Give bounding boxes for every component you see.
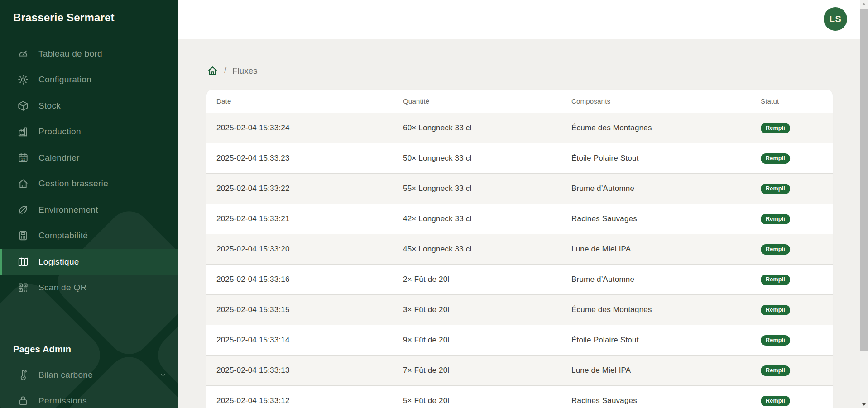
table-row: 2025-02-04 15:33:21 42× Longneck 33 cl R… <box>206 204 833 234</box>
cell-status: Rempli <box>761 214 823 224</box>
breadcrumb-current: Fluxes <box>232 66 258 76</box>
sidebar: Brasserie Sermaret Tableau de bord Confi… <box>0 0 178 408</box>
table-column-quantity: Quantité <box>403 97 571 105</box>
gear-icon <box>17 74 29 85</box>
admin-section-heading: Pages Admin <box>13 344 178 355</box>
status-badge: Rempli <box>761 184 790 194</box>
sidebar-item-scan-de-qr[interactable]: Scan de QR <box>0 275 178 301</box>
scrollbar-up-arrow-icon[interactable] <box>862 3 866 5</box>
cell-status: Rempli <box>761 123 823 133</box>
cell-quantity: 55× Longneck 33 cl <box>403 184 571 193</box>
sidebar-item-calendrier[interactable]: 12 Calendrier <box>0 145 178 171</box>
scrollbar <box>860 0 868 408</box>
cell-component: Lune de Miel IPA <box>571 245 761 254</box>
home-icon[interactable] <box>207 65 218 76</box>
cell-component: Lune de Miel IPA <box>571 366 761 375</box>
sidebar-item-comptabilite[interactable]: Comptabilité <box>0 223 178 249</box>
flux-table-card: Date Quantité Composants Statut 2025-02-… <box>206 90 833 408</box>
breadcrumb: / Fluxes <box>207 65 860 76</box>
sidebar-item-bilan-carbone[interactable]: Bilan carbone <box>0 362 178 388</box>
cell-quantity: 3× Fût de 20l <box>403 305 571 314</box>
cell-component: Racines Sauvages <box>571 396 761 405</box>
cell-date: 2025-02-04 15:33:21 <box>216 214 403 223</box>
cell-component: Écume des Montagnes <box>571 123 761 133</box>
sidebar-nav: Tableau de bord Configuration Stock Prod… <box>0 41 178 301</box>
sidebar-item-production[interactable]: Production <box>0 119 178 145</box>
cell-status: Rempli <box>761 335 823 346</box>
cell-date: 2025-02-04 15:33:22 <box>216 184 403 193</box>
table-row: 2025-02-04 15:33:20 45× Longneck 33 cl L… <box>206 234 833 265</box>
cell-date: 2025-02-04 15:33:20 <box>216 245 403 254</box>
cell-date: 2025-02-04 15:33:16 <box>216 275 403 284</box>
cell-date: 2025-02-04 15:33:14 <box>216 336 403 345</box>
cell-quantity: 50× Longneck 33 cl <box>403 154 571 163</box>
map-icon <box>17 256 29 268</box>
thermometer-icon <box>17 369 29 381</box>
cell-date: 2025-02-04 15:33:13 <box>216 366 403 375</box>
cell-component: Racines Sauvages <box>571 214 761 223</box>
cell-status: Rempli <box>761 365 823 376</box>
sidebar-item-stock[interactable]: Stock <box>0 93 178 119</box>
table-column-components: Composants <box>571 97 761 105</box>
cell-component: Écume des Montagnes <box>571 305 761 314</box>
cell-date: 2025-02-04 15:33:24 <box>216 123 403 133</box>
status-badge: Rempli <box>761 305 790 315</box>
table-column-date: Date <box>216 97 403 105</box>
cell-quantity: 7× Fût de 20l <box>403 366 571 375</box>
cell-status: Rempli <box>761 184 823 194</box>
table-row: 2025-02-04 15:33:23 50× Longneck 33 cl É… <box>206 143 833 174</box>
table-header-row: Date Quantité Composants Statut <box>206 90 833 113</box>
sidebar-admin-nav: Bilan carbone Permissions <box>0 362 178 408</box>
cell-date: 2025-02-04 15:33:23 <box>216 154 403 163</box>
cell-date: 2025-02-04 15:33:12 <box>216 396 403 405</box>
cell-status: Rempli <box>761 275 823 285</box>
app-title: Brasserie Sermaret <box>0 0 178 24</box>
sidebar-item-configuration[interactable]: Configuration <box>0 67 178 93</box>
table-row: 2025-02-04 15:33:16 2× Fût de 20l Brume … <box>206 265 833 295</box>
cell-quantity: 9× Fût de 20l <box>403 336 571 345</box>
scrollbar-down-arrow-icon[interactable] <box>862 403 866 406</box>
chevron-down-icon <box>159 371 167 379</box>
svg-text:12: 12 <box>21 157 25 161</box>
cell-quantity: 5× Fût de 20l <box>403 396 571 405</box>
sidebar-item-environnement[interactable]: Environnement <box>0 197 178 223</box>
cell-component: Brume d’Automne <box>571 275 761 284</box>
qr-code-icon <box>17 282 29 294</box>
status-badge: Rempli <box>761 335 790 346</box>
table-row: 2025-02-04 15:33:15 3× Fût de 20l Écume … <box>206 295 833 325</box>
package-icon <box>17 100 29 112</box>
scrollbar-thumb[interactable] <box>860 9 868 351</box>
table-row: 2025-02-04 15:33:14 9× Fût de 20l Étoile… <box>206 325 833 356</box>
table-body: 2025-02-04 15:33:24 60× Longneck 33 cl É… <box>206 113 833 408</box>
cell-date: 2025-02-04 15:33:15 <box>216 305 403 314</box>
gauge-icon <box>17 48 29 60</box>
sidebar-item-gestion-brasserie[interactable]: Gestion brasserie <box>0 171 178 197</box>
home-icon <box>17 178 29 190</box>
factory-icon <box>17 126 29 138</box>
cell-quantity: 45× Longneck 33 cl <box>403 245 571 254</box>
calculator-icon <box>17 230 29 242</box>
breadcrumb-separator: / <box>224 66 226 76</box>
cell-component: Étoile Polaire Stout <box>571 336 761 345</box>
sidebar-item-logistique[interactable]: Logistique <box>0 249 178 275</box>
status-badge: Rempli <box>761 396 790 406</box>
status-badge: Rempli <box>761 123 790 133</box>
table-row: 2025-02-04 15:33:22 55× Longneck 33 cl B… <box>206 174 833 204</box>
cell-status: Rempli <box>761 153 823 164</box>
cell-component: Étoile Polaire Stout <box>571 154 761 163</box>
lock-icon <box>17 395 29 407</box>
cell-quantity: 2× Fût de 20l <box>403 275 571 284</box>
topbar: LS <box>178 0 860 39</box>
table-row: 2025-02-04 15:33:12 5× Fût de 20l Racine… <box>206 386 833 408</box>
leaf-icon <box>17 204 29 216</box>
cell-quantity: 60× Longneck 33 cl <box>403 123 571 133</box>
status-badge: Rempli <box>761 153 790 164</box>
cell-status: Rempli <box>761 396 823 406</box>
sidebar-item-permissions[interactable]: Permissions <box>0 388 178 408</box>
user-avatar[interactable]: LS <box>824 7 847 31</box>
status-badge: Rempli <box>761 214 790 224</box>
status-badge: Rempli <box>761 365 790 376</box>
sidebar-item-tableau-de-bord[interactable]: Tableau de bord <box>0 41 178 67</box>
cell-component: Brume d’Automne <box>571 184 761 193</box>
cell-status: Rempli <box>761 244 823 255</box>
